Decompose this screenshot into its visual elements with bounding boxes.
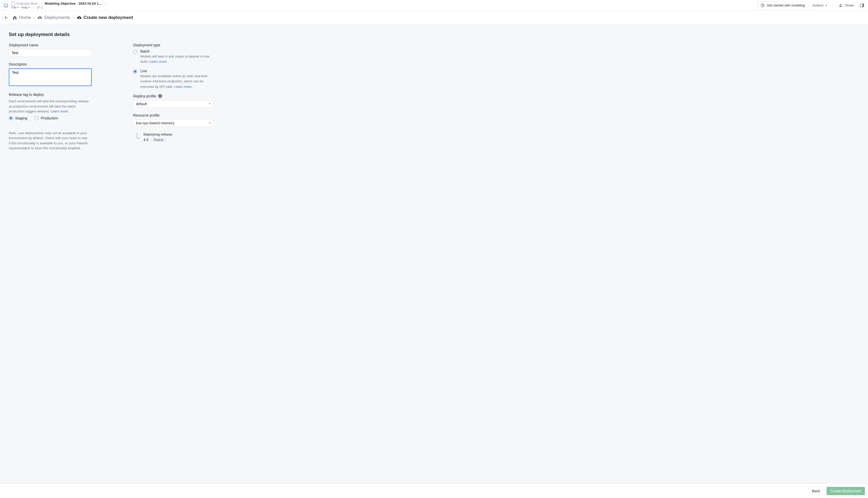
replica-profile-label: Replica profile: [133, 94, 216, 98]
create-deployment-button[interactable]: Create deployment: [827, 487, 865, 495]
radio-icon: [9, 116, 13, 120]
deploying-release-tag: Staging: [151, 137, 165, 142]
deploying-release-box: Deploying release 4.0 Staging: [133, 132, 216, 142]
document-icon: [11, 2, 15, 5]
breadcrumb-current-label: Create new deployment: [84, 15, 133, 20]
breadcrumb-current: Create new deployment: [77, 15, 133, 20]
deployment-type-label: Deployment type: [133, 43, 216, 47]
deploying-release-title: Deploying release: [144, 132, 172, 136]
home-icon: [12, 15, 17, 20]
panel-toggle[interactable]: [858, 2, 866, 9]
project-breadcrumb[interactable]: Example Mod…: [16, 2, 40, 5]
live-note: Note: Live deployments may not be availa…: [9, 131, 89, 151]
svg-point-1: [5, 4, 6, 5]
resource-profile-value: low-cpu-lowest-memory: [136, 121, 174, 125]
share-button[interactable]: Share: [836, 2, 857, 9]
arrow-left-icon: [4, 15, 8, 20]
help-menu[interactable]: Help: [21, 6, 30, 9]
batch-title: Batch: [140, 49, 216, 53]
right-column: Deployment type Batch Models will take i…: [133, 42, 216, 142]
get-started-label: Get started with modeling: [767, 3, 805, 7]
page-title: Set up deployment details: [9, 31, 250, 37]
release-learn-more-link[interactable]: Learn more.: [51, 109, 69, 113]
titlebar: Example Mod… › Modeling Objective - 2023…: [0, 0, 868, 11]
replica-profile-select[interactable]: default: [133, 100, 213, 107]
help-circle-icon: [761, 3, 765, 8]
git-branch-icon: [37, 6, 40, 9]
cloud-upload-icon: [38, 15, 42, 20]
image-icon: [4, 3, 8, 8]
chevron-right-icon: ›: [42, 2, 43, 5]
chevron-right-icon: ›: [73, 15, 74, 20]
favorite-star-icon[interactable]: ☆: [104, 2, 107, 5]
back-button[interactable]: [3, 14, 10, 21]
deployment-type-live[interactable]: Live Models are available online as near…: [133, 69, 216, 89]
radio-icon: [133, 50, 137, 54]
deployment-name-label: Deployment name: [9, 43, 92, 47]
caret-down-icon: [28, 7, 30, 8]
caret-down-icon: [209, 103, 211, 104]
description-label: Description: [9, 62, 92, 66]
page-body: Set up deployment details Deployment nam…: [0, 24, 868, 484]
breadcrumb-home[interactable]: Home: [12, 15, 31, 20]
caret-down-icon: [209, 122, 211, 123]
deploying-release-version: 4.0: [144, 137, 148, 142]
deployment-name-input[interactable]: [9, 49, 92, 56]
panel-right-icon: [860, 3, 864, 8]
branch-indicator[interactable]: 1: [37, 6, 43, 9]
live-title: Live: [140, 69, 216, 73]
svg-rect-0: [4, 4, 8, 7]
file-menu[interactable]: File: [11, 6, 19, 9]
objective-title[interactable]: Modeling Objective - 2023-10-24 1…: [45, 2, 102, 5]
breadcrumb-deployments[interactable]: Deployments: [38, 15, 70, 20]
live-desc: Models are available online as near real…: [140, 74, 216, 89]
svg-point-3: [39, 6, 40, 7]
back-footer-button[interactable]: Back: [808, 487, 824, 495]
radio-icon: [35, 116, 39, 120]
svg-point-8: [841, 4, 842, 5]
resource-profile-label: Resource profile: [133, 113, 216, 117]
breadcrumb-home-label: Home: [19, 15, 31, 20]
release-production-radio[interactable]: Production: [35, 116, 58, 120]
breadcrumb-deployments-label: Deployments: [44, 15, 70, 20]
release-tag-hint: Each environment will take the correspon…: [9, 99, 92, 114]
get-started-button[interactable]: Get started with modeling: [757, 2, 808, 9]
svg-point-2: [38, 6, 38, 7]
actions-menu[interactable]: Actions: [810, 2, 830, 9]
separator: [833, 3, 833, 8]
caret-down-icon: [826, 5, 827, 6]
breadcrumb-bar: Home › Deployments › Create new deployme…: [0, 11, 868, 24]
share-label: Share: [845, 3, 854, 7]
chevron-right-icon: ›: [33, 15, 35, 20]
batch-learn-more-link[interactable]: Learn more.: [149, 60, 167, 64]
app-logo[interactable]: [2, 2, 10, 9]
svg-point-7: [840, 4, 841, 5]
release-staging-label: Staging: [15, 116, 27, 120]
deployment-type-batch[interactable]: Batch Models will take in and output a d…: [133, 49, 216, 64]
replica-profile-value: default: [136, 102, 147, 106]
batch-desc: Models will take in and output a dataset…: [140, 54, 216, 64]
svg-point-4: [38, 8, 38, 9]
actions-label: Actions: [813, 3, 824, 7]
footer-bar: Back Create deployment: [0, 484, 868, 498]
title-block: Example Mod… › Modeling Objective - 2023…: [11, 2, 107, 9]
separator: |: [32, 6, 35, 9]
release-production-label: Production: [41, 116, 58, 120]
caret-down-icon: [17, 7, 19, 8]
radio-icon: [133, 69, 137, 74]
branch-count: 1: [41, 6, 43, 9]
tree-line-icon: [137, 132, 140, 141]
cloud-upload-icon: [77, 15, 82, 20]
resource-profile-select[interactable]: low-cpu-lowest-memory: [133, 119, 213, 127]
left-column: Deployment name Description Release tag …: [9, 42, 92, 153]
live-learn-more-link[interactable]: Learn more.: [174, 85, 192, 89]
description-input[interactable]: [9, 68, 92, 86]
people-icon: [839, 3, 843, 8]
release-staging-radio[interactable]: Staging: [9, 116, 27, 120]
release-tag-label: Release tag to deploy: [9, 92, 92, 97]
svg-rect-10: [863, 4, 864, 7]
info-icon[interactable]: [158, 94, 162, 98]
